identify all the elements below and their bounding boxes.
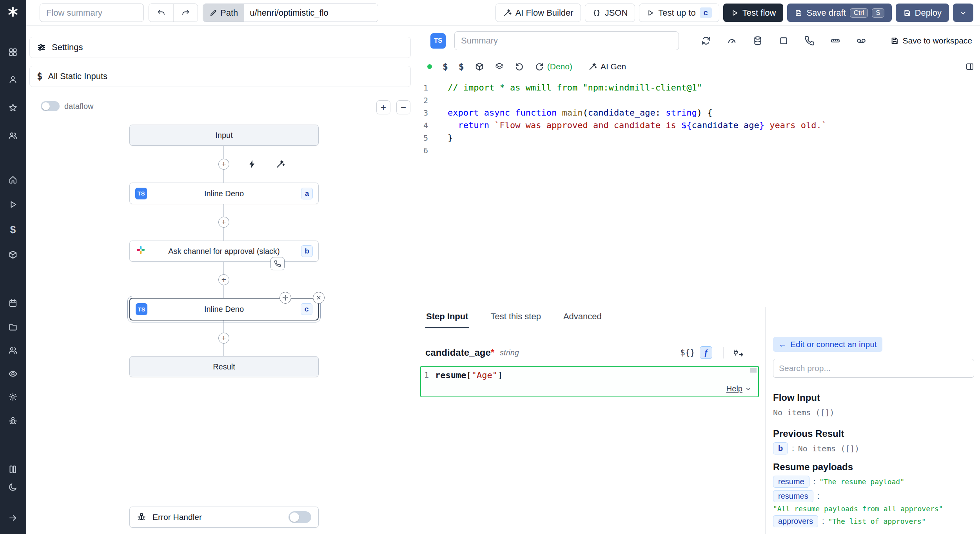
runs-play-icon[interactable]	[5, 197, 21, 212]
previous-result-badge[interactable]: b	[773, 442, 788, 454]
edit-connect-button[interactable]: ← Edit or connect an input	[773, 337, 882, 352]
help-link[interactable]: Help	[726, 384, 752, 393]
folders-icon[interactable]	[5, 319, 21, 335]
ruler-icon[interactable]	[830, 36, 840, 46]
reload-icon	[535, 62, 544, 71]
error-handler-row[interactable]: Error Handler	[129, 507, 319, 528]
windmill-logo-icon[interactable]	[5, 4, 21, 20]
undo-button[interactable]	[149, 4, 173, 22]
ai-flow-builder-button[interactable]: AI Flow Builder	[495, 4, 581, 22]
debug-bug-icon[interactable]	[5, 413, 21, 429]
resumes-chip[interactable]: resumes	[773, 490, 813, 502]
schedules-calendar-icon[interactable]	[5, 295, 21, 311]
apps-icon[interactable]	[5, 44, 21, 60]
step-node-a[interactable]: TS Inline Deno a	[129, 183, 319, 204]
dataflow-toggle[interactable]	[41, 101, 60, 111]
save-draft-button[interactable]: Save draft Ctrl S	[787, 4, 891, 22]
tab-test-this-step[interactable]: Test this step	[490, 311, 542, 328]
resume-chip[interactable]: resume	[773, 476, 809, 488]
runtime-selector[interactable]: (Deno)	[535, 62, 572, 71]
groups-icon[interactable]	[5, 128, 21, 143]
approval-phone-chip[interactable]	[270, 257, 285, 270]
input-expression-editor[interactable]: 1 resume["Age"] Help	[420, 366, 759, 397]
code-editor[interactable]: 1// import * as wmill from "npm:windmill…	[416, 78, 980, 157]
code-line[interactable]: 3export async function main(candidate_ag…	[416, 107, 980, 119]
panel-columns-icon[interactable]	[965, 62, 975, 71]
step-summary-input[interactable]	[454, 31, 679, 50]
save-to-workspace-button[interactable]: Save to workspace	[890, 36, 972, 45]
code-editor-lines[interactable]: 1// import * as wmill from "npm:windmill…	[416, 81, 980, 157]
code-line[interactable]: 5}	[416, 132, 980, 144]
input-node[interactable]: Input	[129, 125, 319, 146]
test-flow-button[interactable]: Test flow	[723, 4, 784, 22]
ai-gen-button[interactable]: AI Gen	[588, 62, 626, 71]
editor-toolbar: $ $ (Deno) AI Gen	[416, 56, 980, 78]
code-line[interactable]: 6	[416, 144, 980, 157]
json-button[interactable]: JSON	[585, 4, 635, 22]
step-node-b[interactable]: Ask channel for approval (slack) b	[129, 241, 319, 262]
mini-code-tokens[interactable]: resume["Age"]	[435, 370, 503, 380]
deploy-button[interactable]: Deploy	[896, 4, 949, 22]
stop-square-icon[interactable]	[779, 36, 789, 46]
favorites-star-icon[interactable]	[5, 100, 21, 116]
phone-icon[interactable]	[804, 36, 815, 46]
runtime-label: (Deno)	[547, 62, 572, 71]
result-node[interactable]: Result	[129, 356, 319, 377]
path-input[interactable]	[244, 4, 378, 22]
tab-step-input[interactable]: Step Input	[425, 311, 469, 328]
static-inputs-row[interactable]: $ All Static Inputs	[29, 66, 411, 87]
voicemail-icon[interactable]	[856, 36, 866, 46]
error-handler-toggle[interactable]	[289, 511, 311, 523]
redo-button[interactable]	[173, 4, 198, 22]
deploy-menu-button[interactable]	[953, 4, 973, 22]
add-step-button[interactable]: +	[218, 159, 229, 170]
path-button[interactable]: Path	[203, 4, 244, 22]
package-cube-icon[interactable]	[475, 62, 484, 71]
docs-books-icon[interactable]	[5, 462, 21, 477]
context-variables-icon[interactable]: $	[443, 62, 448, 72]
refresh-cycle-icon[interactable]	[701, 36, 711, 46]
expression-button[interactable]: ${}	[680, 348, 695, 357]
expand-sidebar-arrow-icon[interactable]	[5, 510, 21, 526]
test-up-to-button[interactable]: Test up to c	[639, 4, 719, 22]
flow-summary-input[interactable]	[40, 4, 144, 22]
field-name: candidate_age	[425, 347, 491, 358]
step-node-c-selected[interactable]: TS Inline Deno c	[129, 298, 319, 320]
zoom-out-button[interactable]: −	[396, 100, 410, 114]
code-line[interactable]: 2	[416, 94, 980, 107]
approvers-chip[interactable]: approvers	[773, 515, 818, 527]
layers-icon[interactable]	[495, 62, 504, 71]
add-step-button[interactable]: +	[218, 217, 229, 228]
variables-dollar-icon[interactable]: $	[5, 222, 21, 237]
ai-wand-icon[interactable]	[274, 158, 286, 170]
remove-step-close-icon[interactable]	[313, 292, 325, 304]
tab-advanced[interactable]: Advanced	[563, 311, 603, 328]
code-line[interactable]: 4 return `Flow was approved and candidat…	[416, 119, 980, 132]
connect-input-button[interactable]: f	[700, 346, 712, 359]
flow-settings-row[interactable]: Settings	[29, 37, 411, 58]
plug-arrow-icon[interactable]	[733, 348, 745, 358]
gauge-icon[interactable]	[727, 36, 737, 46]
dataflow-toggle-knob	[42, 102, 50, 110]
trigger-bolt-icon[interactable]	[246, 158, 258, 170]
bottom-panel: Step Input Test this step Advanced candi…	[416, 307, 980, 534]
settings-gear-icon[interactable]	[5, 389, 21, 405]
add-step-button[interactable]: +	[218, 333, 229, 344]
mini-editor-scrollbar[interactable]	[750, 368, 757, 373]
home-icon[interactable]	[5, 172, 21, 188]
audit-eye-icon[interactable]	[5, 366, 21, 382]
previous-result-row: b : No items ([])	[773, 442, 974, 454]
secrets-icon[interactable]: $	[459, 62, 464, 72]
move-step-crosshair-icon[interactable]	[279, 292, 291, 304]
bug-icon	[137, 512, 146, 522]
reset-undo-icon[interactable]	[515, 62, 524, 71]
resources-cube-icon[interactable]	[5, 247, 21, 262]
database-icon[interactable]	[753, 36, 763, 46]
zoom-in-button[interactable]: +	[376, 100, 390, 114]
users-icon[interactable]	[5, 72, 21, 87]
workers-icon[interactable]	[5, 342, 21, 358]
dark-mode-moon-icon[interactable]	[5, 479, 21, 495]
code-line[interactable]: 1// import * as wmill from "npm:windmill…	[416, 81, 980, 94]
step-node-c-label: Inline Deno	[130, 305, 318, 314]
search-prop-input[interactable]	[773, 359, 974, 378]
